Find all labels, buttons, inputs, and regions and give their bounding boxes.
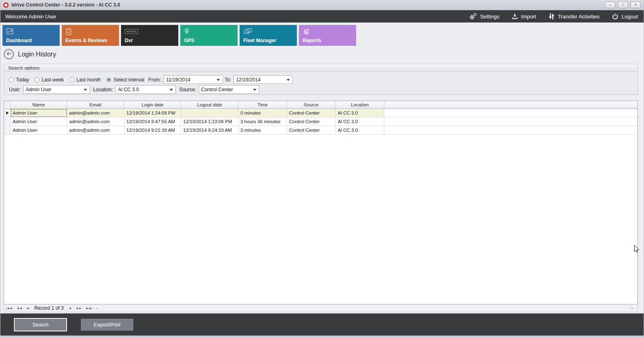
hscroll-right-arrow[interactable]: ►	[629, 306, 636, 310]
column-header-source[interactable]: Source	[287, 101, 336, 108]
cell-time[interactable]: 3 hours 36 minutes	[238, 117, 287, 126]
cell-email[interactable]: admin@admin.com	[67, 117, 124, 126]
search-options-panel: Search options Today Last week Last mont…	[4, 64, 638, 95]
chevron-down-icon[interactable]	[217, 79, 220, 81]
chevron-down-icon[interactable]	[170, 89, 173, 91]
radio-select-interval-circle[interactable]	[106, 77, 111, 82]
column-header-name[interactable]: Name	[11, 101, 67, 108]
close-button[interactable]: ×	[631, 2, 641, 8]
location-dropdown[interactable]: Al CC 3.0	[115, 85, 176, 94]
radio-last-week[interactable]: Last week	[35, 77, 64, 83]
radio-today-circle[interactable]	[9, 77, 14, 82]
cell-location[interactable]: Al CC 3.0	[336, 117, 384, 126]
cell-name[interactable]: Admin User	[11, 109, 67, 117]
row-indicator	[4, 117, 11, 126]
tile-fleet-manager[interactable]: Fleet Manager	[240, 25, 297, 46]
last-record-button[interactable]: ►►|	[84, 304, 94, 312]
minimize-button[interactable]: –	[605, 2, 615, 8]
cell-time[interactable]: 0 minutes	[238, 109, 287, 117]
cell-filler	[384, 109, 637, 117]
cell-login-date[interactable]: 12/19/2014 9:47:55 AM	[124, 117, 181, 126]
maximize-button[interactable]: □	[618, 2, 628, 8]
import-label: Import	[521, 14, 536, 20]
cell-logout-date[interactable]: 12/19/2014 1:23:06 PM	[181, 117, 238, 126]
hscroll-left-arrow[interactable]: ◄	[94, 306, 100, 310]
prev-record-button[interactable]: ◄	[24, 304, 31, 312]
location-label: Location:	[93, 87, 113, 92]
cell-source[interactable]: Control Center	[287, 126, 336, 134]
next-page-button[interactable]: ►►	[74, 304, 84, 312]
cell-login-date[interactable]: 12/19/2014 1:24:09 PM	[124, 109, 181, 117]
footer-bar: Search Export/Print	[0, 313, 644, 336]
prev-page-button[interactable]: ◄◄	[14, 304, 24, 312]
tile-dvr[interactable]: MERGE Dvr	[121, 25, 178, 46]
radio-select-interval[interactable]: Select interval	[106, 77, 144, 83]
cell-name[interactable]: Admin User	[11, 117, 67, 126]
chevron-down-icon[interactable]	[84, 89, 87, 91]
radio-today[interactable]: Today	[9, 77, 29, 83]
merge-badge-icon: MERGE	[125, 29, 138, 34]
source-value: Control Center	[201, 87, 233, 92]
row-arrow-icon	[6, 111, 9, 115]
cell-email[interactable]: admin@admin.com	[67, 109, 124, 117]
column-header-location[interactable]: Location	[336, 101, 384, 108]
radio-today-label: Today	[16, 77, 29, 83]
cell-filler	[384, 126, 637, 134]
transfer-activities-label: Transfer Activities	[558, 14, 599, 20]
search-button[interactable]: Search	[14, 318, 67, 331]
cell-time[interactable]: 3 minutes	[238, 126, 287, 134]
to-date-value: 12/19/2014	[236, 77, 260, 83]
settings-button[interactable]: Settings	[469, 13, 499, 20]
cell-logout-date[interactable]: 12/19/2014 9:24:33 AM	[181, 126, 238, 134]
welcome-text: Welcome Admin User	[5, 14, 56, 20]
tile-events-reviews[interactable]: Events & Reviews	[62, 25, 119, 46]
from-date-picker[interactable]: 11/19/2014	[164, 75, 223, 84]
tile-dashboard[interactable]: Dashboard	[2, 25, 60, 46]
column-header-login-date[interactable]: Login date	[124, 101, 181, 108]
cell-location[interactable]: Al CC 3.0	[336, 109, 384, 117]
first-record-button[interactable]: |◄◄	[4, 304, 14, 312]
power-icon	[612, 13, 619, 20]
transfer-activities-button[interactable]: Transfer Activities	[548, 13, 599, 20]
page-header: Login History	[4, 49, 56, 59]
radio-select-interval-label: Select interval	[113, 77, 144, 83]
column-header-email[interactable]: Email	[67, 101, 124, 108]
radio-last-month-circle[interactable]	[70, 77, 74, 82]
source-dropdown[interactable]: Control Center	[199, 85, 259, 94]
export-print-button[interactable]: Export/Print	[81, 319, 133, 331]
user-dropdown[interactable]: Admin User	[23, 85, 90, 94]
trend-chart-icon	[6, 31, 14, 36]
cell-logout-date[interactable]	[181, 109, 238, 117]
next-record-button[interactable]: ►	[67, 304, 74, 312]
back-button[interactable]	[4, 49, 14, 59]
table-row[interactable]: Admin User admin@admin.com 12/19/2014 9:…	[4, 126, 637, 135]
pie-chart-icon	[303, 31, 310, 37]
radio-last-month[interactable]: Last month	[70, 77, 101, 83]
vehicles-icon	[243, 31, 253, 36]
cell-login-date[interactable]: 12/19/2014 9:21:39 AM	[124, 126, 181, 134]
tile-gps[interactable]: GPS	[180, 25, 238, 46]
cell-source[interactable]: Control Center	[287, 117, 336, 126]
chevron-down-icon[interactable]	[253, 89, 256, 91]
tile-reports[interactable]: Reports	[299, 25, 356, 46]
to-date-picker[interactable]: 12/19/2014	[233, 75, 293, 84]
cell-source[interactable]: Control Center	[287, 109, 336, 117]
map-pin-icon	[184, 31, 190, 37]
grid-header-row: Name Email Login date Logout date Time S…	[4, 101, 637, 109]
radio-last-week-circle[interactable]	[35, 77, 40, 82]
table-row[interactable]: Admin User admin@admin.com 12/19/2014 9:…	[4, 117, 637, 126]
tile-events-reviews-label: Events & Reviews	[65, 38, 108, 43]
chevron-down-icon[interactable]	[287, 79, 290, 81]
window-controls: – □ ×	[605, 2, 641, 8]
import-button[interactable]: Import	[512, 13, 536, 20]
logout-label: Logout	[622, 14, 638, 20]
user-label: User:	[9, 87, 21, 92]
table-row[interactable]: Admin User admin@admin.com 12/19/2014 1:…	[4, 109, 637, 117]
cell-location[interactable]: Al CC 3.0	[336, 126, 384, 134]
logout-button[interactable]: Logout	[612, 13, 638, 20]
column-header-time[interactable]: Time	[238, 101, 287, 108]
from-date-value: 11/19/2014	[166, 77, 190, 83]
cell-email[interactable]: admin@admin.com	[67, 126, 124, 134]
column-header-logout-date[interactable]: Logout date	[181, 101, 238, 108]
cell-name[interactable]: Admin User	[11, 126, 67, 134]
